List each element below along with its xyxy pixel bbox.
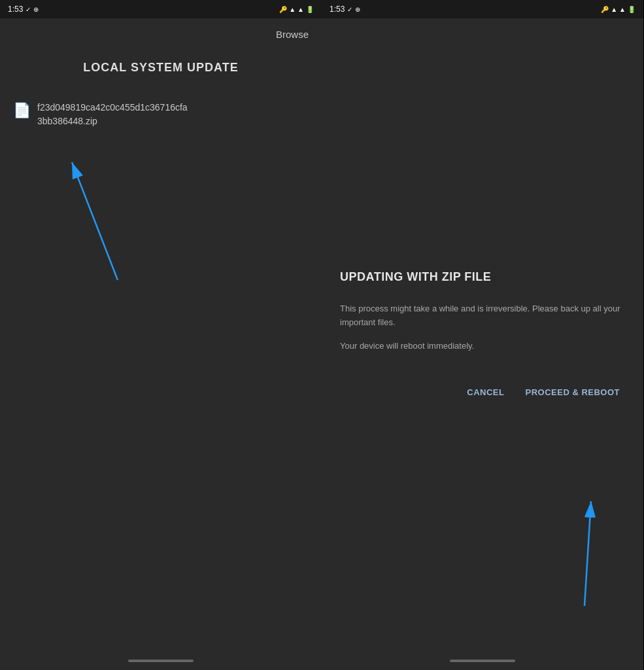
screen1: 1:53 ✓ ⊕ 🔑 ▲ ▲ 🔋 Browse LOCAL SYSTEM UPD… xyxy=(0,0,322,670)
status-time-1: 1:53 ✓ ⊕ xyxy=(8,5,39,14)
key-icon-2: 🔑 xyxy=(601,6,609,13)
home-indicator-2 xyxy=(322,652,643,670)
status-bar-1: 1:53 ✓ ⊕ 🔑 ▲ ▲ 🔋 xyxy=(0,0,322,18)
circle-icon-2: ⊕ xyxy=(355,6,360,13)
battery-icon-1: 🔋 xyxy=(306,6,314,13)
cancel-button[interactable]: CANCEL xyxy=(467,385,504,400)
status-icons-2: 🔑 ▲ ▲ 🔋 xyxy=(601,6,636,13)
battery-icon-2: 🔋 xyxy=(628,6,636,13)
screen1-content: Browse LOCAL SYSTEM UPDATE 📄 f23d049819c… xyxy=(0,18,322,652)
circle-icon-1: ⊕ xyxy=(33,6,39,13)
file-item[interactable]: 📄 f23d049819ca42c0c455d1c36716cfa 3bb386… xyxy=(13,101,309,128)
arrow-indicator-1 xyxy=(39,149,170,293)
svg-line-1 xyxy=(72,162,118,280)
wifi-icon-2: ▲ xyxy=(611,6,617,13)
file-name: f23d049819ca42c0c455d1c36716cfa 3bb38644… xyxy=(37,101,188,128)
proceed-reboot-button[interactable]: PROCEED & REBOOT xyxy=(525,385,620,400)
status-time-2: 1:53 ✓ ⊕ xyxy=(330,5,360,14)
check-icon-2: ✓ xyxy=(347,6,352,13)
arrow-indicator-2 xyxy=(539,495,617,612)
file-icon: 📄 xyxy=(13,102,31,119)
dialog-actions: CANCEL PROCEED & REBOOT xyxy=(340,385,625,400)
browse-button[interactable]: Browse xyxy=(13,29,309,40)
screen2-content: UPDATING WITH ZIP FILE This process migh… xyxy=(322,18,643,652)
status-bar-2: 1:53 ✓ ⊕ 🔑 ▲ ▲ 🔋 xyxy=(322,0,643,18)
home-indicator-1 xyxy=(0,652,322,670)
time-text-1: 1:53 xyxy=(8,5,23,14)
dialog-body-1: This process might take a while and is i… xyxy=(340,302,625,330)
status-icons-1: 🔑 ▲ ▲ 🔋 xyxy=(279,6,314,13)
svg-line-3 xyxy=(585,501,591,606)
time-text-2: 1:53 xyxy=(330,5,345,14)
signal-icon-1: ▲ xyxy=(297,6,304,13)
page-title: LOCAL SYSTEM UPDATE xyxy=(13,61,309,75)
signal-icon-2: ▲ xyxy=(619,6,626,13)
dialog-body-2: Your device will reboot immediately. xyxy=(340,340,625,353)
dialog-title: UPDATING WITH ZIP FILE xyxy=(340,270,625,284)
wifi-icon-1: ▲ xyxy=(289,6,296,13)
home-bar-1 xyxy=(128,660,194,662)
home-bar-2 xyxy=(450,660,515,662)
screen2: 1:53 ✓ ⊕ 🔑 ▲ ▲ 🔋 UPDATING WITH ZIP FILE … xyxy=(322,0,643,670)
check-icon-1: ✓ xyxy=(25,6,31,13)
key-icon-1: 🔑 xyxy=(279,6,287,13)
